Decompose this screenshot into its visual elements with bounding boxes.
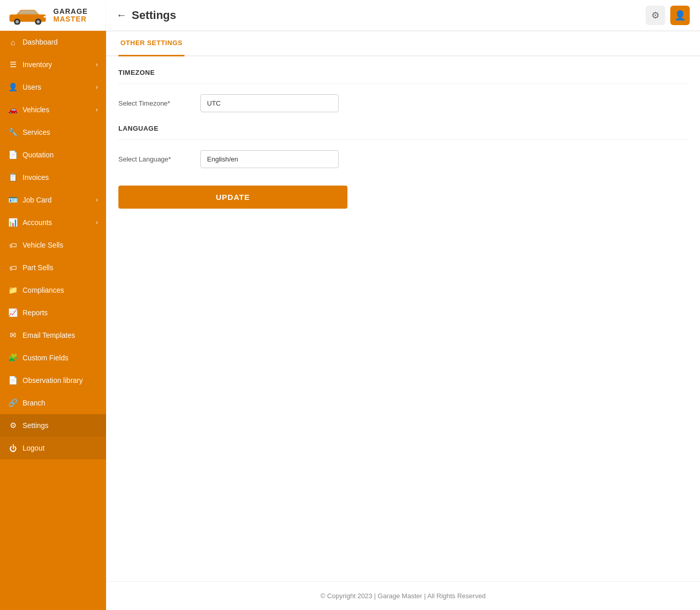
chevron-icon: ›	[96, 61, 98, 68]
sidebar-item-vehicle-sells[interactable]: 🏷 Vehicle Sells	[0, 234, 106, 256]
vehicles-icon: 🚗	[8, 105, 17, 114]
vehicle-sells-icon: 🏷	[8, 240, 17, 250]
sidebar-label-dashboard: Dashboard	[23, 38, 58, 46]
sidebar-item-email-templates[interactable]: ✉ Email Templates	[0, 324, 106, 347]
sidebar-nav: ⌂ Dashboard ☰ Inventory › 👤 Users › 🚗 Ve…	[0, 31, 106, 610]
sidebar-label-vehicle-sells: Vehicle Sells	[23, 241, 63, 249]
language-form-row: Select Language*	[118, 150, 688, 168]
main-content: ← Settings ⚙ 👤 OTHER SETTINGS TIMEZONE S…	[106, 0, 700, 610]
chevron-icon: ›	[96, 196, 98, 204]
invoices-icon: 📋	[8, 173, 17, 182]
observation-library-icon: 📄	[8, 376, 17, 385]
logout-icon: ⏻	[8, 443, 17, 453]
language-label: Select Language*	[118, 155, 190, 163]
brand-master: MASTER	[53, 15, 88, 23]
sidebar-label-custom-fields: Custom Fields	[23, 354, 68, 362]
jobcard-icon: 🪪	[8, 195, 17, 205]
gear-button[interactable]: ⚙	[646, 6, 665, 25]
sidebar-label-observation-library: Observation library	[23, 376, 83, 384]
sidebar-item-quotation[interactable]: 📄 Quotation	[0, 144, 106, 166]
inventory-icon: ☰	[8, 60, 17, 69]
reports-icon: 📈	[8, 308, 17, 317]
sidebar-label-quotation: Quotation	[23, 151, 54, 159]
back-button[interactable]: ←	[116, 9, 127, 21]
sidebar-label-branch: Branch	[23, 399, 45, 407]
timezone-input[interactable]	[200, 94, 339, 112]
sidebar-item-settings[interactable]: ⚙ Settings	[0, 414, 106, 437]
sidebar-item-jobcard[interactable]: 🪪 Job Card ›	[0, 189, 106, 211]
tabs-bar: OTHER SETTINGS	[106, 31, 700, 56]
language-divider	[118, 139, 688, 140]
sidebar-label-inventory: Inventory	[23, 60, 52, 69]
sidebar-item-vehicles[interactable]: 🚗 Vehicles ›	[0, 98, 106, 121]
content: OTHER SETTINGS TIMEZONE Select Timezone*…	[106, 31, 700, 610]
page-title: Settings	[132, 9, 176, 22]
logo: GARAGE MASTER	[0, 0, 106, 31]
sidebar-label-users: Users	[23, 83, 42, 91]
compliances-icon: 📁	[8, 286, 17, 295]
sidebar: GARAGE MASTER ⌂ Dashboard ☰ Inventory › …	[0, 0, 106, 610]
sidebar-label-accounts: Accounts	[23, 218, 52, 227]
sidebar-label-logout: Logout	[23, 444, 45, 452]
footer: © Copyright 2023 | Garage Master | All R…	[106, 581, 700, 610]
sidebar-label-email-templates: Email Templates	[23, 331, 75, 339]
custom-fields-icon: 🧩	[8, 353, 17, 362]
timezone-divider	[118, 84, 688, 84]
sidebar-label-jobcard: Job Card	[23, 196, 52, 204]
sidebar-label-reports: Reports	[23, 309, 48, 317]
sidebar-label-settings: Settings	[23, 421, 49, 430]
accounts-icon: 📊	[8, 218, 17, 227]
sidebar-item-logout[interactable]: ⏻ Logout	[0, 437, 106, 459]
sidebar-label-compliances: Compliances	[23, 286, 64, 294]
gear-icon: ⚙	[651, 10, 660, 21]
settings-icon: ⚙	[8, 421, 17, 430]
sidebar-item-invoices[interactable]: 📋 Invoices	[0, 166, 106, 189]
chevron-icon: ›	[96, 219, 98, 226]
sidebar-item-part-sells[interactable]: 🏷 Part Sells	[0, 256, 106, 279]
user-icon: 👤	[674, 10, 686, 21]
footer-text: © Copyright 2023 | Garage Master | All R…	[320, 592, 486, 600]
topbar-right: ⚙ 👤	[646, 6, 690, 25]
sidebar-label-services: Services	[23, 128, 50, 136]
sidebar-item-branch[interactable]: 🔗 Branch	[0, 392, 106, 414]
sidebar-label-part-sells: Part Sells	[23, 263, 53, 272]
sidebar-item-inventory[interactable]: ☰ Inventory ›	[0, 53, 106, 76]
language-input[interactable]	[200, 150, 339, 168]
content-body: TIMEZONE Select Timezone* LANGUAGE Selec…	[106, 56, 700, 581]
sidebar-item-dashboard[interactable]: ⌂ Dashboard	[0, 31, 106, 53]
part-sells-icon: 🏷	[8, 263, 17, 272]
dashboard-icon: ⌂	[8, 37, 17, 47]
brand-text: GARAGE MASTER	[53, 8, 88, 24]
user-button[interactable]: 👤	[670, 6, 690, 25]
timezone-section: TIMEZONE Select Timezone*	[118, 69, 688, 112]
tab-other-settings[interactable]: OTHER SETTINGS	[118, 31, 184, 56]
language-title: LANGUAGE	[118, 125, 688, 132]
update-button[interactable]: UPDATE	[118, 186, 347, 209]
svg-rect-5	[44, 16, 47, 18]
sidebar-item-accounts[interactable]: 📊 Accounts ›	[0, 211, 106, 234]
timezone-form-row: Select Timezone*	[118, 94, 688, 112]
chevron-icon: ›	[96, 84, 98, 91]
services-icon: 🔧	[8, 128, 17, 137]
sidebar-label-invoices: Invoices	[23, 173, 49, 181]
sidebar-item-reports[interactable]: 📈 Reports	[0, 301, 106, 324]
language-section: LANGUAGE Select Language*	[118, 125, 688, 168]
sidebar-item-services[interactable]: 🔧 Services	[0, 121, 106, 144]
sidebar-item-custom-fields[interactable]: 🧩 Custom Fields	[0, 347, 106, 369]
users-icon: 👤	[8, 83, 17, 92]
quotation-icon: 📄	[8, 150, 17, 159]
sidebar-label-vehicles: Vehicles	[23, 106, 49, 114]
sidebar-item-users[interactable]: 👤 Users ›	[0, 76, 106, 98]
topbar-left: ← Settings	[116, 9, 176, 22]
sidebar-item-observation-library[interactable]: 📄 Observation library	[0, 369, 106, 392]
brand-garage: GARAGE	[53, 8, 88, 15]
svg-point-2	[15, 20, 18, 23]
timezone-title: TIMEZONE	[118, 69, 688, 76]
topbar: ← Settings ⚙ 👤	[106, 0, 700, 31]
svg-point-4	[36, 20, 39, 23]
branch-icon: 🔗	[8, 398, 17, 408]
chevron-icon: ›	[96, 106, 98, 113]
sidebar-item-compliances[interactable]: 📁 Compliances	[0, 279, 106, 301]
timezone-label: Select Timezone*	[118, 99, 190, 107]
email-templates-icon: ✉	[8, 331, 17, 340]
